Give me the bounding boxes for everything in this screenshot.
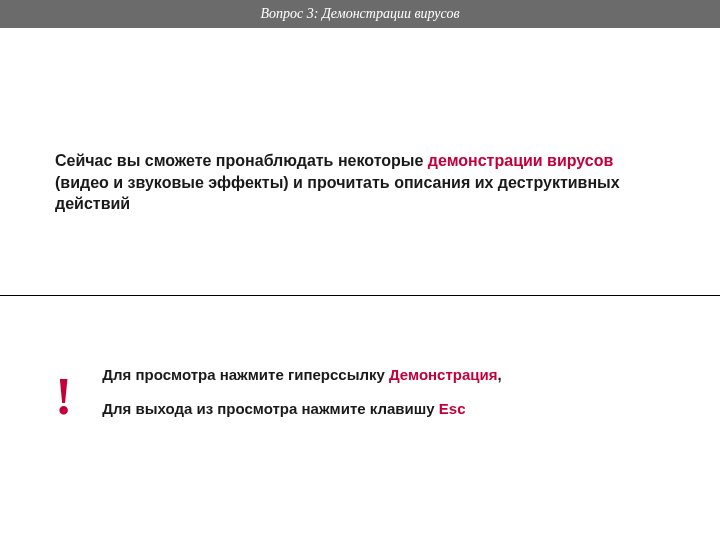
slide-title: Вопрос 3: Демонстрации вирусов xyxy=(261,6,460,22)
instruction-line-1: Для просмотра нажмите гиперссылку Демонс… xyxy=(102,365,660,385)
horizontal-divider xyxy=(0,295,720,296)
instruction-line-2: Для выхода из просмотра нажмите клавишу … xyxy=(102,399,660,419)
instructions-block: ! Для просмотра нажмите гиперссылку Демо… xyxy=(55,365,660,432)
intro-highlight: демонстрации вирусов xyxy=(428,152,614,169)
instr1-part-a: Для просмотра нажмите гиперссылку xyxy=(102,366,389,383)
main-paragraph: Сейчас вы сможете пронаблюдать некоторые… xyxy=(55,150,660,215)
exclamation-icon: ! xyxy=(55,371,72,423)
intro-text-part2: (видео и звуковые эффекты) и прочитать о… xyxy=(55,174,620,213)
instructions-text: Для просмотра нажмите гиперссылку Демонс… xyxy=(102,365,660,432)
instr2-highlight: Esc xyxy=(439,400,466,417)
instr1-part-b: , xyxy=(498,366,502,383)
slide-header-bar: Вопрос 3: Демонстрации вирусов xyxy=(0,0,720,28)
instr2-part-a: Для выхода из просмотра нажмите клавишу xyxy=(102,400,438,417)
intro-text-part1: Сейчас вы сможете пронаблюдать некоторые xyxy=(55,152,428,169)
instr1-highlight: Демонстрация xyxy=(389,366,498,383)
